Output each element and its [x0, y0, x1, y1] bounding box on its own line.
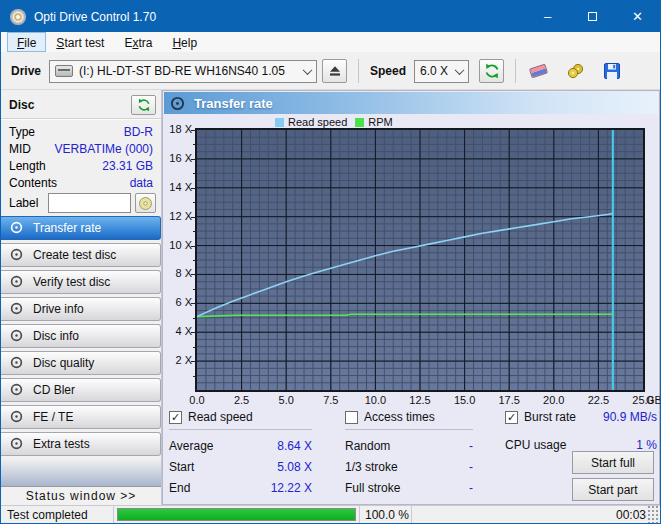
disc-row-value: 23.31 GB	[102, 159, 153, 173]
x-axis-label: 5.0	[268, 394, 304, 406]
menu-extra[interactable]: Extra	[114, 32, 162, 52]
refresh-icon	[137, 98, 151, 112]
sidebar-item-label: Extra tests	[33, 437, 90, 451]
y-axis-label: 8 X	[164, 267, 192, 279]
burst-rate-value: 90.9 MB/s	[603, 410, 657, 424]
write-label-button[interactable]	[135, 193, 156, 213]
x-axis-label: 12.5	[402, 394, 438, 406]
legend-label: RPM	[368, 116, 392, 128]
x-axis-unit: GB	[646, 394, 661, 406]
drive-select[interactable]: (I:) HL-DT-ST BD-RE WH16NS40 1.05	[49, 60, 317, 83]
disc-row-value: VERBATIMe (000)	[55, 142, 153, 156]
chart-legend: Read speedRPM	[275, 116, 401, 128]
resize-grip[interactable]	[646, 506, 660, 523]
read-speed-label: Read speed	[188, 410, 253, 424]
stat-row-start: Start5.08 X	[169, 456, 312, 477]
menu-start-test[interactable]: Start test	[46, 32, 114, 52]
sidebar-item-transfer-rate[interactable]: Transfer rate	[1, 216, 161, 240]
cpu-usage-label: CPU usage	[505, 438, 566, 452]
sidebar-item-extra-tests[interactable]: Extra tests	[1, 432, 161, 456]
disc-row-label: Length	[9, 159, 46, 173]
x-axis-label: 7.5	[313, 394, 349, 406]
separator	[1, 118, 161, 120]
disc-panel-title: Disc	[9, 98, 34, 112]
disc-refresh-button[interactable]	[131, 95, 156, 115]
save-icon	[604, 63, 620, 79]
y-axis-tick	[191, 332, 196, 333]
sidebar-item-disc-quality[interactable]: Disc quality	[1, 351, 161, 375]
sidebar-item-label: Disc quality	[33, 356, 94, 370]
disc-icon	[10, 437, 24, 451]
refresh-button[interactable]	[479, 59, 504, 83]
stat-label: Average	[169, 439, 213, 453]
sidebar-item-label: FE / TE	[33, 410, 73, 424]
progress-bar	[117, 508, 356, 521]
discs-button[interactable]	[560, 58, 590, 84]
sidebar-filler	[1, 459, 161, 486]
sidebar-item-cd-bler[interactable]: CD Bler	[1, 378, 161, 402]
status-window-button[interactable]: Status window >>	[1, 486, 161, 505]
legend-swatch-read-speed	[275, 118, 284, 127]
sidebar-item-drive-info[interactable]: Drive info	[1, 297, 161, 321]
y-axis-tick	[191, 188, 196, 189]
chart-panel: Transfer rate Read speedRPM 2 X4 X6 X8 X…	[162, 90, 660, 505]
burst-rate-checkbox[interactable]: ✓	[505, 411, 518, 424]
label-input[interactable]	[48, 193, 131, 213]
y-axis-tick	[193, 260, 196, 261]
y-axis-tick	[191, 130, 196, 131]
x-axis-label: 0.0	[179, 394, 215, 406]
start-full-button[interactable]: Start full	[572, 451, 654, 474]
stat-value: 8.64 X	[277, 439, 312, 453]
maximize-button[interactable]	[570, 1, 615, 32]
start-part-button[interactable]: Start part	[572, 478, 654, 501]
access-times-checkbox[interactable]	[345, 411, 358, 424]
y-axis-label: 10 X	[164, 239, 192, 251]
stat-label: End	[169, 481, 190, 495]
disc-row-type: TypeBD-R	[1, 123, 161, 140]
y-axis-label: 6 X	[164, 296, 192, 308]
status-spacer	[411, 506, 594, 523]
y-axis-tick	[193, 289, 196, 290]
minimize-button[interactable]: –	[525, 1, 570, 32]
erase-disc-button[interactable]	[523, 58, 553, 84]
cpu-usage-value: 1 %	[636, 438, 657, 452]
stat-value: 12.22 X	[271, 481, 312, 495]
disc-icon	[138, 196, 153, 211]
sidebar-item-verify-test-disc[interactable]: Verify test disc	[1, 270, 161, 294]
read-speed-checkbox[interactable]: ✓	[169, 411, 182, 424]
panel-header: Transfer rate	[164, 92, 658, 114]
disc-icon	[170, 96, 185, 111]
y-axis-tick	[191, 303, 196, 304]
drive-icon	[55, 65, 73, 77]
elapsed-time: 00:03	[594, 506, 646, 523]
save-button[interactable]	[597, 58, 627, 84]
sidebar-item-disc-info[interactable]: Disc info	[1, 324, 161, 348]
sidebar-item-fe-te[interactable]: FE / TE	[1, 405, 161, 429]
close-button[interactable]: ✕	[615, 1, 660, 32]
sidebar: Transfer rateCreate test discVerify test…	[1, 215, 161, 459]
access-times-label: Access times	[364, 410, 435, 424]
sidebar-item-label: CD Bler	[33, 383, 75, 397]
panel-title: Transfer rate	[194, 96, 273, 111]
toolbar-separator	[515, 59, 516, 83]
disc-row-mid: MIDVERBATIMe (000)	[1, 140, 161, 157]
eject-button[interactable]	[322, 59, 347, 83]
y-axis-label: 2 X	[164, 354, 192, 366]
speed-select[interactable]: 6.0 X	[414, 60, 469, 83]
status-text: Test completed	[1, 508, 113, 522]
y-axis-tick	[193, 231, 196, 232]
refresh-icon	[484, 63, 500, 79]
y-axis-tick	[193, 202, 196, 203]
menu-help[interactable]: Help	[162, 32, 207, 52]
progress-section	[113, 506, 359, 523]
x-axis-label: 17.5	[491, 394, 527, 406]
sidebar-item-create-test-disc[interactable]: Create test disc	[1, 243, 161, 267]
progress-fill	[118, 509, 355, 520]
maximize-icon	[588, 12, 597, 21]
disc-icon	[10, 221, 24, 235]
stat-label: Full stroke	[345, 481, 400, 495]
stat-row-average: Average8.64 X	[169, 435, 312, 456]
title-bar: Opti Drive Control 1.70 – ✕	[1, 1, 660, 32]
y-axis-label: 18 X	[164, 123, 192, 135]
menu-file[interactable]: File	[7, 32, 46, 52]
